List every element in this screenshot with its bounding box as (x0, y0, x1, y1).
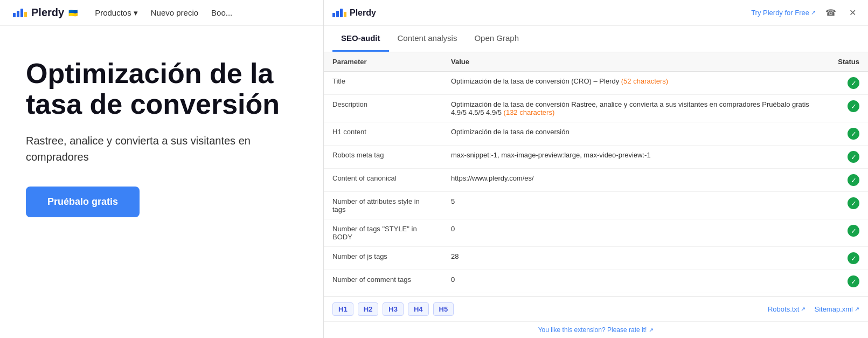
table-row: DescriptionOptimización de la tasa de co… (324, 95, 868, 122)
nav-boo[interactable]: Boo... (211, 8, 232, 17)
col-header-parameter: Parameter (324, 52, 442, 72)
table-cell-value: Optimización de la tasa de conversión (C… (442, 72, 829, 95)
table-cell-param: Number of js tags (324, 247, 442, 270)
website-logo-text: Plerdy (31, 6, 64, 19)
panel-phone-button[interactable]: ☎ (822, 6, 839, 19)
extension-panel: Plerdy Try Plerdy for Free ↗ ☎ ✕ SEO-aud… (323, 0, 868, 338)
table-cell-status: ✓ (829, 72, 868, 95)
check-icon: ✓ (848, 174, 859, 186)
h2-tag-button[interactable]: H2 (358, 302, 379, 316)
check-icon: ✓ (848, 225, 859, 237)
table-cell-param: Number of attributes style in tags (324, 192, 442, 219)
table-cell-param: Content of canonical (324, 169, 442, 192)
panel-logo-text: Plerdy (350, 8, 376, 18)
table-row: Number of js tags28✓ (324, 247, 868, 270)
check-icon: ✓ (848, 197, 859, 209)
panel-header: Plerdy Try Plerdy for Free ↗ ☎ ✕ (324, 0, 868, 26)
table-header-row: Parameter Value Status (324, 52, 868, 72)
table-cell-param: Robots meta tag (324, 146, 442, 169)
website-heading: Optimización de la tasa de conversión (26, 58, 297, 120)
h4-tag-button[interactable]: H4 (408, 302, 429, 316)
table-row: Content of canonicalhttps://www.plerdy.c… (324, 169, 868, 192)
table-cell-param: Number of tags "STYLE" in BODY (324, 219, 442, 247)
nav-nuevo-precio[interactable]: Nuevo precio (151, 8, 198, 17)
seo-table-container: Parameter Value Status TitleOptimización… (324, 52, 868, 296)
h1-tag-button[interactable]: H1 (332, 302, 353, 316)
website-logo: Plerdy 🇺🇦 (13, 6, 78, 19)
external-link-icon: ↗ (855, 306, 859, 313)
h5-tag-button[interactable]: H5 (433, 302, 454, 316)
check-icon: ✓ (848, 275, 859, 287)
cta-button[interactable]: Pruébalo gratis (26, 187, 140, 217)
robots-txt-link[interactable]: Robots.txt ↗ (768, 305, 806, 313)
external-link-icon: ↗ (811, 9, 816, 16)
table-row: TitleOptimización de la tasa de conversi… (324, 72, 868, 95)
table-row: H1 contentOptimización de la tasa de con… (324, 122, 868, 146)
website-logo-flag: 🇺🇦 (68, 9, 78, 17)
rate-text: You like this extension? Please rate it!… (332, 326, 859, 334)
table-cell-value: max-snippet:-1, max-image-preview:large,… (442, 146, 829, 169)
table-cell-param: Description (324, 95, 442, 122)
check-icon: ✓ (848, 128, 859, 140)
nav-bar: Plerdy 🇺🇦 Productos ▾ Nuevo precio Boo..… (0, 0, 323, 26)
table-cell-param: H1 content (324, 122, 442, 146)
col-header-value: Value (442, 52, 829, 72)
table-row: Number of attributes style in tags5✓ (324, 192, 868, 219)
panel-logo: Plerdy (332, 8, 376, 18)
table-cell-status: ✓ (829, 169, 868, 192)
panel-bottom: You like this extension? Please rate it!… (324, 321, 868, 338)
table-row: Number of comment tags0✓ (324, 270, 868, 293)
table-cell-param: Title (324, 72, 442, 95)
panel-close-button[interactable]: ✕ (846, 6, 859, 19)
table-cell-status: ✓ (829, 192, 868, 219)
tabs-container: SEO-audit Content analysis Open Graph (324, 26, 868, 52)
h3-tag-button[interactable]: H3 (383, 302, 404, 316)
panel-header-right: Try Plerdy for Free ↗ ☎ ✕ (751, 6, 859, 19)
table-row: Number of tags "STYLE" in BODY0✓ (324, 219, 868, 247)
table-cell-status: ✓ (829, 95, 868, 122)
sitemap-xml-link[interactable]: Sitemap.xml ↗ (814, 305, 859, 313)
logo-bars-icon (13, 9, 27, 17)
footer-links-container: Robots.txt ↗ Sitemap.xml ↗ (768, 305, 859, 313)
table-cell-status: ✓ (829, 219, 868, 247)
tab-seo-audit[interactable]: SEO-audit (332, 26, 389, 52)
check-icon: ✓ (848, 151, 859, 163)
table-cell-value: https://www.plerdy.com/es/ (442, 169, 829, 192)
table-cell-status: ✓ (829, 247, 868, 270)
col-header-status: Status (829, 52, 868, 72)
panel-footer: H1 H2 H3 H4 H5 Robots.txt ↗ Sitemap.xml … (324, 296, 868, 321)
try-free-link[interactable]: Try Plerdy for Free ↗ (751, 9, 816, 17)
table-cell-value: 0 (442, 270, 829, 293)
table-cell-value: 0 (442, 219, 829, 247)
tab-open-graph[interactable]: Open Graph (466, 26, 527, 52)
seo-table: Parameter Value Status TitleOptimización… (324, 52, 868, 296)
table-cell-value: 28 (442, 247, 829, 270)
website-background: Plerdy 🇺🇦 Productos ▾ Nuevo precio Boo..… (0, 0, 323, 338)
external-link-icon: ↗ (649, 327, 654, 334)
check-icon: ✓ (848, 77, 859, 89)
check-icon: ✓ (848, 252, 859, 264)
table-cell-value: Optimización de la tasa de conversión (442, 122, 829, 146)
table-cell-status: ✓ (829, 146, 868, 169)
check-icon: ✓ (848, 100, 859, 112)
table-cell-value: 5 (442, 192, 829, 219)
chevron-down-icon: ▾ (134, 8, 138, 18)
table-row: Robots meta tagmax-snippet:-1, max-image… (324, 146, 868, 169)
table-cell-status: ✓ (829, 270, 868, 293)
nav-productos[interactable]: Productos ▾ (95, 8, 138, 18)
table-cell-param: Number of comment tags (324, 270, 442, 293)
table-cell-value: Optimización de la tasa de conversión Ra… (442, 95, 829, 122)
website-content: Optimización de la tasa de conversión Ra… (0, 26, 323, 250)
website-subtext: Rastree, analice y convierta a sus visit… (26, 133, 297, 165)
nav-links: Productos ▾ Nuevo precio Boo... (95, 8, 232, 18)
heading-tags-container: H1 H2 H3 H4 H5 (332, 302, 454, 316)
table-cell-status: ✓ (829, 122, 868, 146)
tab-content-analysis[interactable]: Content analysis (389, 26, 466, 52)
external-link-icon: ↗ (801, 306, 805, 313)
panel-logo-bars-icon (332, 9, 346, 17)
